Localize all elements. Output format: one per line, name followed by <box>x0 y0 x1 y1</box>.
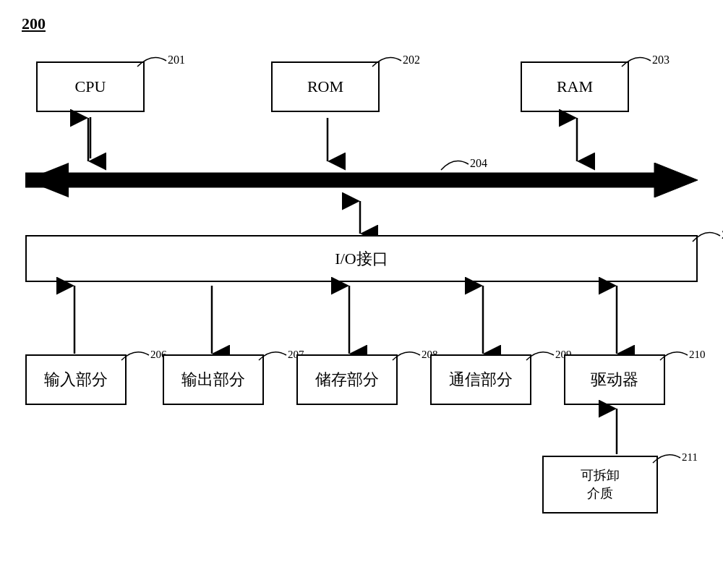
ref-211: 211 <box>653 448 700 470</box>
input-box: 输入部分 <box>25 354 127 405</box>
ref-201: 201 <box>137 52 181 73</box>
ref-204: 204 <box>441 154 492 177</box>
svg-text:201: 201 <box>168 54 185 66</box>
ref-203: 203 <box>622 52 665 73</box>
storage-box: 储存部分 <box>296 354 398 405</box>
cpu-box: CPU <box>36 61 145 112</box>
rom-bus-arrow <box>319 112 336 166</box>
svg-text:202: 202 <box>403 54 420 66</box>
removable-box: 可拆卸介质 <box>542 456 658 514</box>
driver-removable-arrow <box>608 405 625 459</box>
ref-206: 206 <box>121 346 168 367</box>
diagram-title: 200 <box>22 14 46 33</box>
driver-label: 驱动器 <box>591 369 638 391</box>
output-label: 输出部分 <box>181 369 245 391</box>
io-label: I/O接口 <box>335 248 388 270</box>
ram-label: RAM <box>557 77 593 96</box>
io-box: I/O接口 <box>25 235 698 282</box>
rom-box: ROM <box>271 61 380 112</box>
comm-io-arrow <box>474 282 492 357</box>
ref-202: 202 <box>372 52 416 73</box>
diagram-container: 200 CPU 201 ROM 202 RAM 203 <box>14 14 709 579</box>
bus-io-arrow <box>351 197 369 238</box>
ram-bus-arrow <box>568 112 586 166</box>
cpu-bus-arrow-actual <box>80 112 97 166</box>
svg-text:203: 203 <box>652 54 669 66</box>
svg-text:204: 204 <box>470 157 487 169</box>
comm-label: 通信部分 <box>449 369 513 391</box>
driver-io-arrow <box>608 282 625 357</box>
driver-box: 驱动器 <box>564 354 665 405</box>
input-label: 输入部分 <box>44 369 108 391</box>
output-io-arrow <box>203 282 221 357</box>
svg-text:210: 210 <box>689 349 706 360</box>
svg-marker-15 <box>25 163 654 197</box>
ram-box: RAM <box>521 61 629 112</box>
ref-205: 205 <box>693 226 723 249</box>
svg-text:211: 211 <box>682 451 698 463</box>
cpu-label: CPU <box>75 77 106 96</box>
storage-io-arrow <box>341 282 358 357</box>
removable-label: 可拆卸介质 <box>581 466 620 503</box>
output-box: 输出部分 <box>163 354 264 405</box>
bus-arrow <box>25 163 698 197</box>
input-io-arrow <box>66 282 83 357</box>
comm-box: 通信部分 <box>430 354 531 405</box>
storage-label: 储存部分 <box>315 369 379 391</box>
ref-210: 210 <box>660 346 707 367</box>
rom-label: ROM <box>307 77 343 96</box>
